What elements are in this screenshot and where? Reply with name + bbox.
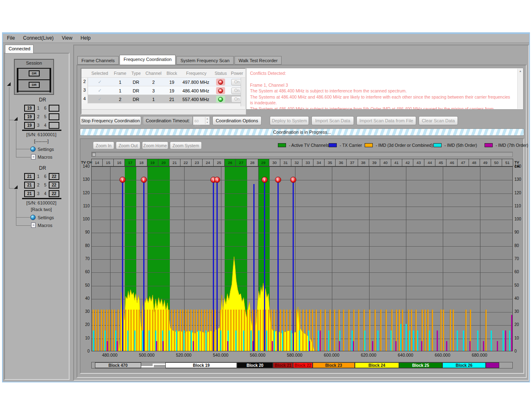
stop-frequency-coordination-button[interactable]: Stop Frequency Coordination	[80, 116, 141, 125]
conflict-line: Frame 1, Channel 3	[250, 82, 514, 88]
deploy-to-system-button[interactable]: Deploy to System	[270, 116, 309, 125]
import-scan-data-from-file-button[interactable]: Import Scan Data from File	[356, 116, 416, 125]
frequency-block[interactable]: Block 19	[165, 362, 237, 368]
legend-swatch-icon	[365, 143, 373, 147]
y-tick-label-right: 80	[514, 243, 523, 248]
table-hscrollbar[interactable]	[81, 109, 245, 114]
session-expander-icon[interactable]	[7, 82, 11, 86]
selected-checkbox[interactable]: ✓	[88, 88, 112, 93]
session-unit-dr[interactable]: DR	[29, 70, 40, 76]
conflicts-scrollbar[interactable]: ▲	[517, 69, 523, 109]
frame-slot-cell: 19	[24, 105, 35, 112]
imd3-bar	[204, 310, 205, 351]
tv-channel-row: 1415161718192021222324252627282930313233…	[91, 159, 513, 166]
cell-type: DR	[128, 97, 143, 102]
chart-scrollbar-handle[interactable]: ▒▒	[92, 153, 96, 156]
imd3-bar	[374, 310, 376, 351]
session-box[interactable]: SessionDRDR	[14, 59, 54, 95]
conflict-marker-icon[interactable]: !	[275, 177, 281, 183]
conflict-marker-icon[interactable]: !	[141, 177, 147, 183]
sidebar-item-macros[interactable]: Macros	[38, 223, 52, 228]
import-scan-data-button[interactable]: Import Scan Data	[311, 116, 354, 125]
selected-checkbox[interactable]: ✓	[88, 96, 112, 102]
x-tick-label: 680.000	[467, 353, 493, 357]
menu-item-connectlive[interactable]: Connect(Live)	[19, 34, 58, 43]
table-row[interactable]: 2✓1DR219497.800 MHzOn	[81, 78, 245, 86]
imd3-bar	[174, 310, 175, 351]
zoom-zoom-home-button[interactable]: Zoom Home	[142, 142, 168, 149]
spinner-arrows-icon[interactable]: ▲▼	[205, 117, 209, 124]
coordination-options-button[interactable]: Coordination Options	[212, 116, 261, 125]
imd3-bar	[97, 310, 99, 351]
frame-expander-icon[interactable]	[14, 117, 18, 121]
tab-system-frequency-scan[interactable]: System Frequency Scan	[176, 56, 234, 65]
table-row[interactable]: 4✓2DR121557.400 MHzOn	[81, 95, 245, 103]
coordination-timeout-spinner[interactable]: 60 sec ▲▼	[193, 116, 210, 125]
cell-type: DR	[128, 79, 143, 85]
imd5-bar	[93, 330, 94, 351]
sidebar-item-settings[interactable]: Settings	[38, 147, 54, 152]
imd3-bar	[101, 310, 102, 351]
frame-expander-icon[interactable]	[14, 185, 18, 189]
channel-table[interactable]: SelectedFrameTypeChannelBlockFrequencySt…	[81, 68, 246, 115]
table-row[interactable]: 3✓1DR319486.400 MHzOn	[81, 86, 245, 95]
session-title: Session	[15, 60, 53, 65]
imd7-bar	[505, 330, 506, 351]
table-header-row[interactable]: SelectedFrameTypeChannelBlockFrequencySt…	[81, 69, 245, 78]
frequency-block[interactable]	[486, 362, 499, 368]
menu-item-file[interactable]: File	[3, 34, 19, 43]
session-unit-dr[interactable]: DR	[29, 82, 40, 88]
imd3-bar	[325, 310, 326, 351]
frequency-block[interactable]: Block 22	[293, 362, 312, 368]
x-tick-label: 520.000	[171, 353, 197, 357]
frequency-block[interactable]: Block 25	[399, 362, 442, 368]
tab-frequency-coordination[interactable]: Frequency Coordination	[119, 55, 176, 65]
frame-rack-diagram[interactable]: 211622212522213422	[24, 172, 59, 198]
spectrum-plot[interactable]: !!!!!!!	[91, 166, 513, 351]
frequency-block[interactable]: Block 470	[95, 362, 141, 368]
frequency-block[interactable]: Block 23	[313, 362, 355, 368]
conflict-marker-icon[interactable]: !	[290, 177, 296, 183]
clear-scan-data-button[interactable]: Clear Scan Data	[419, 116, 458, 125]
column-header: Frame	[112, 70, 129, 76]
sidebar-item-settings[interactable]: Settings	[38, 215, 54, 220]
y-tick-label-right: 50	[514, 283, 523, 288]
imd3-bar	[171, 310, 172, 351]
y-tick-label-right: 140	[514, 164, 523, 169]
conflicts-panel: Conflicts Detected: Frame 1, Channel 3Th…	[246, 68, 523, 110]
chart-scrollbar[interactable]: ▒▒	[91, 152, 513, 157]
zoom-zoom-in-button[interactable]: Zoom In	[93, 142, 114, 149]
frequency-block[interactable]: Block 20	[237, 362, 273, 368]
frame-slot-cell: 21	[24, 182, 35, 189]
app-window: FileConnect(Live)ViewHelp Connected Sess…	[2, 32, 530, 382]
sidebar-item-macros[interactable]: Macros	[38, 155, 52, 160]
tab-connected[interactable]: Connected	[5, 45, 34, 53]
imd5-bar	[400, 324, 401, 351]
frame-slot-num: 1	[35, 174, 42, 179]
frame-rack-diagram[interactable]: 191619251934	[24, 104, 59, 130]
y-tick-label-left: 30	[81, 309, 90, 314]
menu-item-view[interactable]: View	[58, 34, 77, 43]
frame-slot-num: 4	[42, 123, 49, 128]
column-header: Channel	[143, 70, 164, 76]
tab-walk-test-recorder[interactable]: Walk Test Recorder	[234, 56, 282, 65]
imd5-bar	[491, 330, 492, 351]
frequency-block[interactable]: Block 26	[442, 362, 486, 368]
x-tick-label: 480.000	[97, 353, 123, 357]
scroll-up-icon[interactable]: ▲	[518, 69, 523, 74]
imd3-bar	[225, 310, 226, 351]
selected-checkbox[interactable]: ✓	[88, 79, 112, 85]
zoom-zoom-out-button[interactable]: Zoom Out	[116, 142, 140, 149]
frequency-block[interactable]: Block 24	[355, 362, 399, 368]
frame-slot-num: 2	[35, 183, 42, 187]
imd3-bar	[201, 310, 202, 351]
frequency-block[interactable]: Block 21	[273, 362, 293, 368]
frame-slot-cell: 19	[24, 113, 35, 120]
y-tick-label-left: 70	[81, 256, 90, 261]
menu-item-help[interactable]: Help	[77, 34, 95, 43]
zoom-zoom-system-button[interactable]: Zoom System	[170, 142, 202, 149]
imd5-bar	[115, 330, 116, 351]
tab-frame-channels[interactable]: Frame Channels	[77, 56, 119, 65]
cell-status	[212, 95, 229, 103]
table-vscrollbar[interactable]	[241, 78, 245, 106]
